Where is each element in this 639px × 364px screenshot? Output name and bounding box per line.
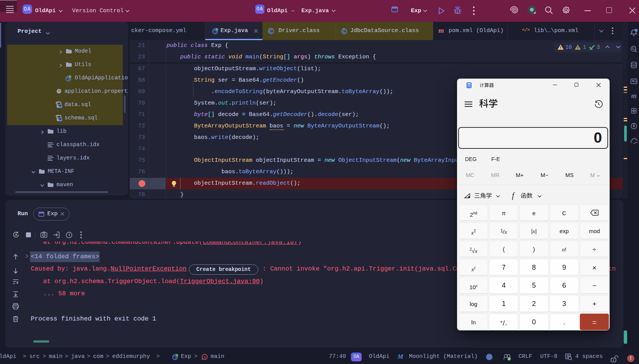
svg-text:m: m xyxy=(204,356,206,359)
svg-text:m: m xyxy=(631,92,637,100)
